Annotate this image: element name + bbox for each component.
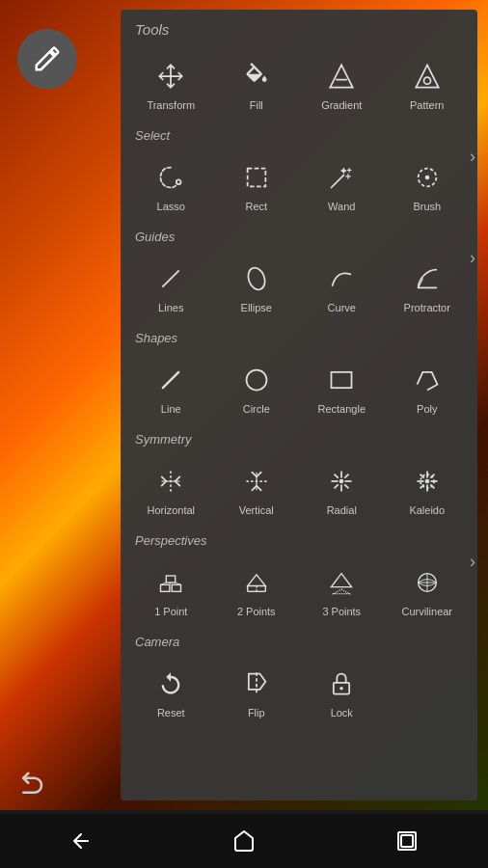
lasso-label: Lasso xyxy=(157,201,185,212)
symmetry-grid: Horizontal Vertical xyxy=(121,450,477,528)
tool-rectangle[interactable]: Rectangle xyxy=(299,353,385,422)
undo-button[interactable] xyxy=(17,770,46,805)
top-tools-grid: Transform Fill Gradient xyxy=(121,45,477,122)
cam-flip-icon xyxy=(239,666,274,701)
select-section-label: Select xyxy=(121,122,477,147)
flip-label: Flip xyxy=(248,707,265,719)
tool-vertical[interactable]: Vertical xyxy=(214,454,300,524)
poly-icon xyxy=(410,363,445,397)
lines-label: Lines xyxy=(158,302,183,313)
pattern-label: Pattern xyxy=(410,99,444,111)
tool-lock[interactable]: Lock xyxy=(299,657,385,726)
kaleido-label: Kaleido xyxy=(409,504,445,516)
curve-label: Curve xyxy=(328,302,356,313)
tool-line[interactable]: Line xyxy=(128,353,214,422)
tool-gradient[interactable]: Gradient xyxy=(299,49,385,119)
lasso-icon xyxy=(153,160,188,195)
svg-point-3 xyxy=(423,77,430,84)
perspectives-chevron: › xyxy=(470,552,475,572)
line-icon xyxy=(153,363,188,397)
persp-1-icon xyxy=(153,565,188,600)
protractor-icon xyxy=(410,261,445,296)
poly-label: Poly xyxy=(417,403,437,415)
tool-curvilinear[interactable]: Curvilinear xyxy=(385,556,471,625)
move-icon xyxy=(153,59,188,94)
1point-label: 1 Point xyxy=(154,606,187,617)
svg-point-4 xyxy=(176,179,181,184)
cam-reset-icon xyxy=(153,666,188,701)
home-button[interactable] xyxy=(232,829,256,853)
svg-line-28 xyxy=(345,484,349,488)
tool-fill[interactable]: Fill xyxy=(214,49,300,119)
svg-rect-5 xyxy=(247,169,265,187)
svg-line-29 xyxy=(345,475,349,478)
tool-ellipse[interactable]: Ellipse xyxy=(214,252,300,321)
gradient-label: Gradient xyxy=(321,99,362,111)
brush-button[interactable] xyxy=(17,29,77,89)
tool-transform[interactable]: Transform xyxy=(128,49,214,119)
tool-radial[interactable]: Radial xyxy=(299,454,385,524)
tool-rect[interactable]: Rect xyxy=(214,150,300,220)
fill-icon xyxy=(239,59,274,94)
shapes-section-label: Shapes xyxy=(121,325,477,349)
svg-point-16 xyxy=(246,370,266,391)
horizontal-label: Horizontal xyxy=(147,504,195,516)
pattern-icon xyxy=(410,59,445,94)
circle-label: Circle xyxy=(243,403,270,415)
brush-select-label: Brush xyxy=(413,201,441,212)
recents-button[interactable] xyxy=(395,829,419,853)
tool-flip[interactable]: Flip xyxy=(214,657,300,726)
perspectives-section-label: Perspectives xyxy=(121,528,477,552)
circle-icon xyxy=(239,363,274,397)
svg-line-13 xyxy=(163,271,178,286)
transform-label: Transform xyxy=(147,99,195,111)
camera-grid: Reset Flip Lock xyxy=(121,653,477,730)
brush-select-icon xyxy=(410,160,445,195)
tool-curve[interactable]: Curve xyxy=(299,252,385,321)
svg-line-27 xyxy=(335,475,339,478)
sym-radial-icon xyxy=(324,464,359,499)
tool-lasso[interactable]: Lasso xyxy=(128,150,214,220)
tool-reset[interactable]: Reset xyxy=(128,657,214,726)
tool-lines[interactable]: Lines xyxy=(128,252,214,321)
tool-protractor[interactable]: Protractor xyxy=(385,252,471,321)
curvilinear-label: Curvilinear xyxy=(401,606,452,617)
svg-point-22 xyxy=(339,479,344,484)
tool-circle[interactable]: Circle xyxy=(214,353,300,422)
sym-vertical-icon xyxy=(239,464,274,499)
tool-3points[interactable]: 3 Points xyxy=(299,556,385,625)
rectangle-icon xyxy=(324,363,359,397)
tool-brush-select[interactable]: Brush xyxy=(385,150,471,220)
svg-rect-61 xyxy=(401,835,413,847)
back-button[interactable] xyxy=(69,829,93,853)
svg-rect-17 xyxy=(332,372,352,388)
line-label: Line xyxy=(161,403,181,415)
camera-section-label: Camera xyxy=(121,629,477,653)
tool-2points[interactable]: 2 Points xyxy=(214,556,300,625)
gradient-icon xyxy=(324,59,359,94)
wand-label: Wand xyxy=(328,201,355,212)
3points-label: 3 Points xyxy=(322,606,361,617)
svg-marker-53 xyxy=(334,589,349,594)
tool-wand[interactable]: Wand xyxy=(299,150,385,220)
radial-label: Radial xyxy=(327,504,357,516)
ellipse-guide-icon xyxy=(239,261,274,296)
fill-label: Fill xyxy=(250,99,263,111)
tool-1point[interactable]: 1 Point xyxy=(128,556,214,625)
tool-poly[interactable]: Poly xyxy=(385,353,471,422)
rectangle-label: Rectangle xyxy=(317,403,366,415)
svg-line-15 xyxy=(163,372,178,388)
vertical-label: Vertical xyxy=(239,504,274,516)
tool-horizontal[interactable]: Horizontal xyxy=(128,454,214,524)
lines-icon xyxy=(153,261,188,296)
tool-pattern[interactable]: Pattern xyxy=(385,49,471,119)
tool-kaleido[interactable]: Kaleido xyxy=(385,454,471,524)
svg-point-31 xyxy=(424,479,429,484)
rect-select-icon xyxy=(239,160,274,195)
svg-line-30 xyxy=(335,484,339,488)
lock-label: Lock xyxy=(331,707,353,719)
svg-rect-42 xyxy=(172,584,180,591)
svg-marker-47 xyxy=(247,575,265,586)
svg-rect-43 xyxy=(167,576,176,583)
persp-2-icon xyxy=(239,565,274,600)
